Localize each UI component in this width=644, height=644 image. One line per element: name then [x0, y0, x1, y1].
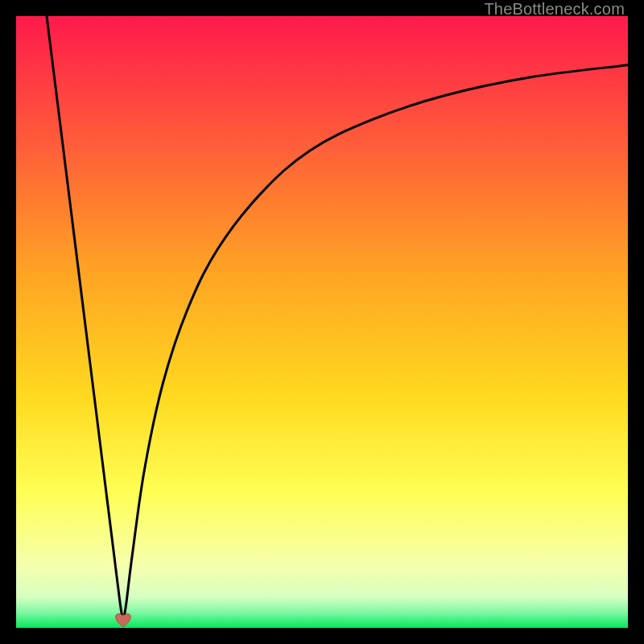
gradient-background — [16, 16, 628, 628]
bottleneck-chart — [16, 16, 628, 628]
chart-frame — [16, 16, 628, 628]
watermark-label: TheBottleneck.com — [484, 0, 625, 19]
